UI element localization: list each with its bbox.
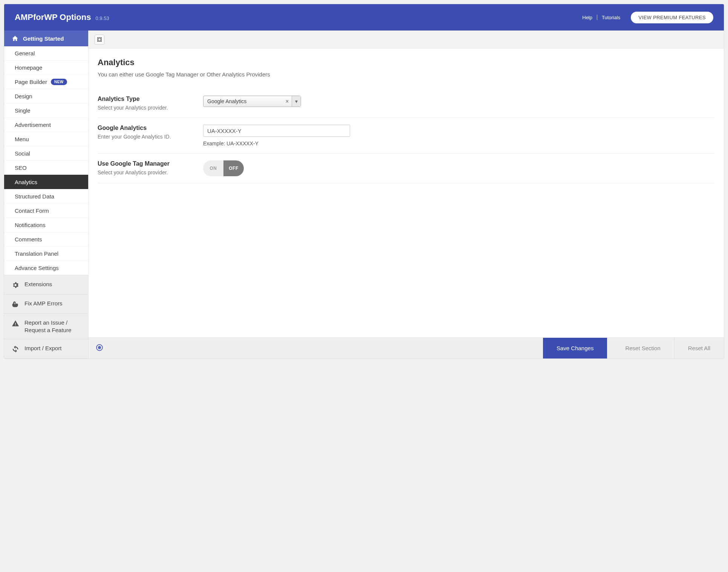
main-panel: Analytics You can either use Google Tag …: [89, 31, 724, 358]
sidebar-item-label: Notifications: [15, 222, 46, 228]
field-control-col: ON OFF: [203, 160, 715, 176]
field-description: Enter your Google Analytics ID.: [98, 134, 196, 140]
sidebar-item-comments[interactable]: Comments: [4, 232, 88, 246]
footer-left: [96, 344, 103, 352]
sidebar-item-label: Social: [15, 150, 30, 157]
sidebar-item-label: Homepage: [15, 64, 42, 71]
expand-button[interactable]: [95, 35, 104, 44]
analytics-type-select[interactable]: Google Analytics × ▾: [203, 96, 301, 107]
sidebar-item-label: Page Builder: [15, 79, 47, 85]
sidebar-item-homepage[interactable]: Homepage: [4, 60, 88, 75]
view-premium-button[interactable]: VIEW PREMIUM FEATURES: [631, 12, 713, 23]
app-root: AMPforWP Options 0.9.53 Help Tutorials V…: [4, 4, 724, 359]
footer: Save Changes Reset Section Reset All: [89, 337, 724, 358]
sidebar-item-page-builder[interactable]: Page Builder NEW: [4, 75, 88, 89]
field-description: Select your Analytics provider.: [98, 105, 196, 111]
warning-icon: [12, 320, 19, 327]
body: Getting Started General Homepage Page Bu…: [4, 31, 724, 358]
point-icon: [12, 300, 19, 308]
gtm-toggle[interactable]: ON OFF: [203, 160, 244, 176]
sidebar-util-import-export[interactable]: Import / Export: [4, 339, 88, 358]
util-label: Extensions: [24, 281, 52, 288]
field-analytics-type: Analytics Type Select your Analytics pro…: [98, 89, 715, 118]
app-version: 0.9.53: [95, 15, 109, 21]
field-control-col: Example: UA-XXXXX-Y: [203, 125, 715, 146]
sidebar-item-single[interactable]: Single: [4, 103, 88, 117]
sidebar-item-analytics[interactable]: Analytics: [4, 175, 88, 189]
sidebar-util-fix-errors[interactable]: Fix AMP Errors: [4, 294, 88, 314]
sidebar-item-design[interactable]: Design: [4, 89, 88, 103]
expand-icon: [96, 37, 102, 43]
section-title: Analytics: [98, 58, 715, 67]
dev-mode-icon[interactable]: [96, 344, 103, 351]
app-title: AMPforWP Options: [15, 12, 91, 22]
sidebar-item-label: Design: [15, 93, 32, 99]
util-label: Fix AMP Errors: [24, 300, 63, 307]
topbar: AMPforWP Options 0.9.53 Help Tutorials V…: [4, 4, 724, 31]
toggle-off-label: OFF: [223, 160, 244, 176]
sidebar-header[interactable]: Getting Started: [4, 31, 88, 46]
topbar-right: Help Tutorials VIEW PREMIUM FEATURES: [578, 12, 713, 23]
sidebar-item-menu[interactable]: Menu: [4, 132, 88, 146]
sidebar-item-label: Advertisement: [15, 122, 51, 128]
help-link[interactable]: Help: [578, 15, 597, 20]
toggle-on-label: ON: [203, 160, 223, 176]
gear-icon: [12, 281, 19, 289]
field-google-analytics: Google Analytics Enter your Google Analy…: [98, 118, 715, 154]
field-title: Google Analytics: [98, 125, 196, 131]
section-description: You can either use Google Tag Manager or…: [98, 71, 715, 78]
field-title: Use Google Tag Manager: [98, 160, 196, 167]
sidebar-item-label: Translation Panel: [15, 250, 58, 257]
sidebar-items: General Homepage Page Builder NEW Design…: [4, 46, 88, 275]
util-label: Import / Export: [24, 345, 61, 352]
field-label-col: Google Analytics Enter your Google Analy…: [98, 125, 203, 146]
sidebar-item-social[interactable]: Social: [4, 146, 88, 160]
sidebar-item-translation-panel[interactable]: Translation Panel: [4, 246, 88, 261]
sidebar-item-label: General: [15, 50, 35, 56]
sidebar-item-structured-data[interactable]: Structured Data: [4, 189, 88, 203]
sidebar: Getting Started General Homepage Page Bu…: [4, 31, 89, 358]
sidebar-item-label: Comments: [15, 236, 42, 243]
field-title: Analytics Type: [98, 96, 196, 102]
save-changes-button[interactable]: Save Changes: [543, 338, 607, 359]
chevron-down-icon[interactable]: ▾: [292, 96, 301, 107]
field-label-col: Analytics Type Select your Analytics pro…: [98, 96, 203, 111]
content: Analytics You can either use Google Tag …: [89, 49, 724, 337]
sidebar-util-report-issue[interactable]: Report an Issue / Request a Feature: [4, 314, 88, 339]
new-badge: NEW: [51, 79, 67, 85]
sidebar-item-label: Advance Settings: [15, 265, 59, 271]
sidebar-item-advance-settings[interactable]: Advance Settings: [4, 261, 88, 275]
field-control-col: Google Analytics × ▾: [203, 96, 715, 111]
svg-rect-1: [98, 38, 101, 41]
sidebar-header-label: Getting Started: [23, 35, 64, 42]
sidebar-item-label: Menu: [15, 136, 29, 142]
sidebar-util-extensions[interactable]: Extensions: [4, 275, 88, 294]
reset-section-button[interactable]: Reset Section: [612, 338, 674, 359]
refresh-icon: [12, 345, 19, 353]
field-description: Select your Analytics provider.: [98, 169, 196, 175]
util-label: Report an Issue / Request a Feature: [24, 319, 81, 334]
field-label-col: Use Google Tag Manager Select your Analy…: [98, 160, 203, 176]
main-toolbar: [89, 31, 724, 49]
topbar-left: AMPforWP Options 0.9.53: [15, 12, 109, 22]
sidebar-utilities: Extensions Fix AMP Errors Report an Issu…: [4, 275, 88, 358]
ga-id-input[interactable]: [203, 125, 350, 137]
sidebar-item-general[interactable]: General: [4, 46, 88, 60]
sidebar-item-notifications[interactable]: Notifications: [4, 218, 88, 232]
home-icon: [12, 35, 18, 42]
sidebar-item-label: SEO: [15, 165, 27, 171]
sidebar-item-seo[interactable]: SEO: [4, 160, 88, 175]
sidebar-item-advertisement[interactable]: Advertisement: [4, 117, 88, 132]
select-value: Google Analytics: [203, 98, 283, 104]
clear-icon[interactable]: ×: [283, 98, 292, 104]
tutorials-link[interactable]: Tutorials: [597, 15, 625, 20]
field-help: Example: UA-XXXXX-Y: [203, 140, 715, 146]
sidebar-item-label: Analytics: [15, 179, 37, 185]
sidebar-item-contact-form[interactable]: Contact Form: [4, 203, 88, 218]
sidebar-item-label: Structured Data: [15, 193, 54, 200]
sidebar-item-label: Single: [15, 107, 31, 114]
sidebar-item-label: Contact Form: [15, 207, 49, 214]
reset-all-button[interactable]: Reset All: [674, 338, 724, 359]
field-gtm: Use Google Tag Manager Select your Analy…: [98, 154, 715, 183]
